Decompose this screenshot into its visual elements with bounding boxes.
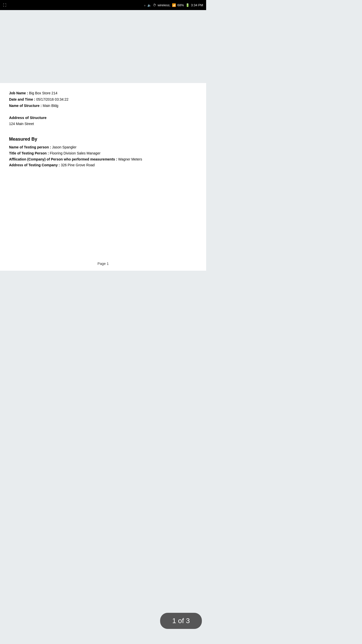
testing-person-value: Jason Spangler (52, 145, 76, 149)
document-page-1: Job Name : Big Box Store 214 Date and Ti… (0, 83, 206, 254)
wifi-icon: wireless; (158, 3, 170, 7)
image-placeholder-top (0, 10, 206, 83)
testing-title-value: Flooring Division Sales Manager (50, 151, 101, 155)
structure-name-label: Name of Structure : (9, 104, 42, 108)
job-info-section: Job Name : Big Box Store 214 Date and Ti… (9, 91, 197, 108)
address-section: Address of Structure 124 Main Street (9, 115, 197, 127)
alarm-icon: ⏱ (153, 3, 156, 7)
battery-percent: 68% (177, 3, 184, 7)
job-name-label: Job Name : (9, 91, 28, 95)
job-name-value: Big Box Store 214 (29, 91, 57, 95)
date-time-label: Date and Time : (9, 97, 35, 101)
structure-name-value: Main Bldg (43, 104, 58, 108)
affiliation-value: Wagner Meters (118, 157, 142, 161)
structure-name-line: Name of Structure : Main Bldg (9, 103, 197, 108)
address-value: 124 Main Street (9, 121, 197, 127)
testing-title-label: Title of Testing Person : (9, 151, 49, 155)
battery-icon: 🔋 (186, 3, 190, 7)
job-name-line: Job Name : Big Box Store 214 (9, 91, 197, 96)
testing-person-label: Name of Testing person : (9, 145, 51, 149)
bluetooth-icon: ⬦ (144, 3, 146, 7)
status-bar-right: ⬦ 🔈 ⏱ wireless; 📶 68% 🔋 3:34 PM (144, 3, 203, 7)
date-time-value: 05/17/2016 03:34:22 (36, 97, 68, 101)
testing-person-line: Name of Testing person : Jason Spangler (9, 144, 197, 150)
testing-address-line: Address of Testing Company : 326 Pine Gr… (9, 162, 197, 168)
date-time-line: Date and Time : 05/17/2016 03:34:22 (9, 97, 197, 102)
affiliation-line: Afflication (Company) of Person who perf… (9, 156, 197, 163)
address-section-title: Address of Structure (9, 115, 197, 120)
next-page-preview (0, 271, 206, 356)
status-bar-left: ⛶ (3, 3, 6, 7)
measured-by-section: Measured By Name of Testing person : Jas… (9, 137, 197, 168)
image-icon: ⛶ (3, 3, 6, 7)
page-number: Page 1 (98, 262, 109, 266)
status-bar: ⛶ ⬦ 🔈 ⏱ wireless; 📶 68% 🔋 3:34 PM (0, 0, 206, 10)
testing-title-line: Title of Testing Person : Flooring Divis… (9, 150, 197, 156)
measured-by-title: Measured By (9, 137, 197, 142)
page-footer: Page 1 (0, 254, 206, 271)
wifi-symbol: 📶 (172, 3, 176, 7)
muted-icon: 🔈 (147, 3, 151, 7)
testing-address-label: Address of Testing Company : (9, 163, 60, 167)
testing-address-value: 326 Pine Grove Road (61, 163, 95, 167)
time-display: 3:34 PM (191, 3, 203, 7)
affiliation-label: Afflication (Company) of Person who perf… (9, 157, 117, 161)
